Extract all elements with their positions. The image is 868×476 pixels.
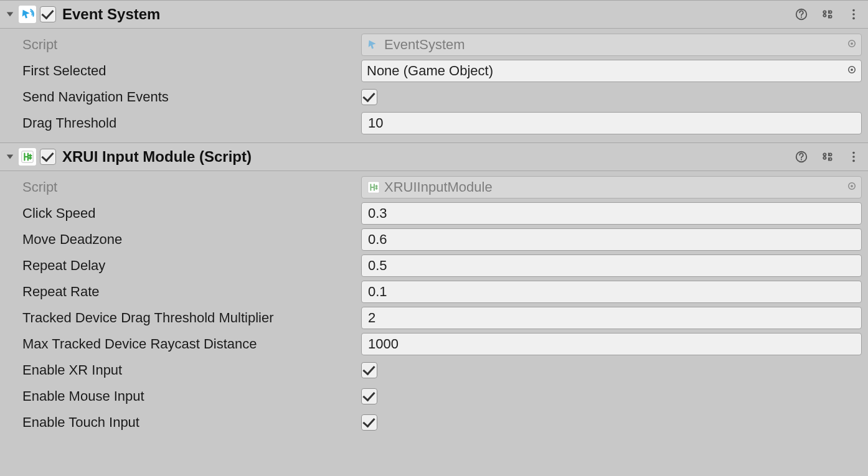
svg-point-21 [852,156,855,158]
svg-point-7 [852,13,855,16]
object-picker-icon[interactable] [846,63,857,79]
preset-icon[interactable] [819,6,836,22]
csharp-script-icon [19,148,36,166]
help-icon[interactable] [793,149,809,165]
repeat-rate-input[interactable] [361,281,862,303]
component-title: Event System [62,6,793,23]
property-label: Enable Mouse Input [22,388,361,404]
send-navigation-events-row: Send Navigation Events [22,84,862,110]
property-label: Max Tracked Device Raycast Distance [22,336,361,352]
enable-touch-input-row: Enable Touch Input [22,409,862,436]
component-title: XRUI Input Module (Script) [62,148,793,166]
drag-threshold-row: Drag Threshold [22,110,862,136]
property-label: Repeat Rate [22,284,361,300]
script-reference-field: EventSystem [361,34,862,56]
csharp-mini-icon [367,180,380,194]
drag-threshold-input[interactable] [361,112,862,134]
enable-xr-input-row: Enable XR Input [22,357,862,383]
menu-icon[interactable] [846,6,862,22]
foldout-toggle[interactable] [5,152,15,162]
object-picker-icon [846,179,857,195]
enable-xr-input-checkbox[interactable] [361,362,377,378]
property-label: Tracked Device Drag Threshold Multiplier [22,310,361,326]
property-label: First Selected [22,63,361,79]
event-system-icon [19,6,36,23]
svg-point-10 [851,42,853,45]
script-reference-field: XRUIInputModule [361,176,862,198]
enable-touch-input-checkbox[interactable] [361,414,377,431]
repeat-delay-input[interactable] [361,254,862,277]
enable-mouse-input-row: Enable Mouse Input [22,383,862,409]
svg-point-2 [823,11,826,13]
repeat-rate-row: Repeat Rate [22,279,862,305]
first-selected-row: First Selected None (Game Object) [22,58,862,84]
svg-point-3 [823,14,826,17]
first-selected-field[interactable]: None (Game Object) [361,60,862,82]
property-label: Script [22,37,361,53]
property-label: Drag Threshold [22,115,361,131]
object-field-value: None (Game Object) [367,63,493,79]
property-label: Send Navigation Events [22,89,361,105]
svg-point-1 [801,16,802,17]
svg-point-18 [829,153,832,156]
svg-point-25 [851,185,853,187]
svg-point-22 [852,160,855,162]
script-name: XRUIInputModule [384,179,493,195]
event-system-script-icon [367,38,380,52]
preset-icon[interactable] [819,149,836,165]
xrui-enable-checkbox[interactable] [40,149,56,165]
svg-point-8 [852,17,855,20]
foldout-toggle[interactable] [5,9,15,19]
max-raycast-distance-row: Max Tracked Device Raycast Distance [22,331,862,357]
tracked-drag-multiplier-input[interactable] [361,307,862,329]
property-label: Move Deadzone [22,231,361,248]
svg-point-15 [801,159,802,160]
property-label: Repeat Delay [22,258,361,274]
tracked-drag-multiplier-row: Tracked Device Drag Threshold Multiplier [22,305,862,331]
event-system-properties: Script EventSystem First Selected None (… [0,29,868,142]
xrui-properties: Script XRUIInputModule Click Speed Move … [0,171,868,442]
svg-point-6 [852,9,855,12]
move-deadzone-row: Move Deadzone [22,226,862,253]
click-speed-row: Click Speed [22,200,862,226]
script-row: Script EventSystem [22,32,862,58]
event-system-enable-checkbox[interactable] [40,6,56,22]
svg-point-19 [829,158,832,161]
svg-point-20 [852,152,855,154]
svg-point-5 [829,16,832,18]
svg-point-16 [823,153,826,156]
repeat-delay-row: Repeat Delay [22,253,862,279]
property-label: Enable XR Input [22,362,361,378]
property-label: Script [22,179,361,195]
event-system-header: Event System [0,0,868,29]
send-navigation-events-checkbox[interactable] [361,89,377,105]
click-speed-input[interactable] [361,202,862,225]
script-row: Script XRUIInputModule [22,174,862,200]
property-label: Click Speed [22,205,361,222]
help-icon[interactable] [793,6,809,22]
property-label: Enable Touch Input [22,414,361,431]
move-deadzone-input[interactable] [361,228,862,251]
max-raycast-distance-input[interactable] [361,333,862,355]
menu-icon[interactable] [846,149,862,165]
xrui-input-module-header: XRUI Input Module (Script) [0,142,868,171]
script-name: EventSystem [384,37,465,53]
enable-mouse-input-checkbox[interactable] [361,388,377,404]
svg-point-17 [823,157,826,159]
object-picker-icon [846,37,857,53]
svg-point-12 [851,68,853,71]
svg-point-4 [829,11,832,13]
